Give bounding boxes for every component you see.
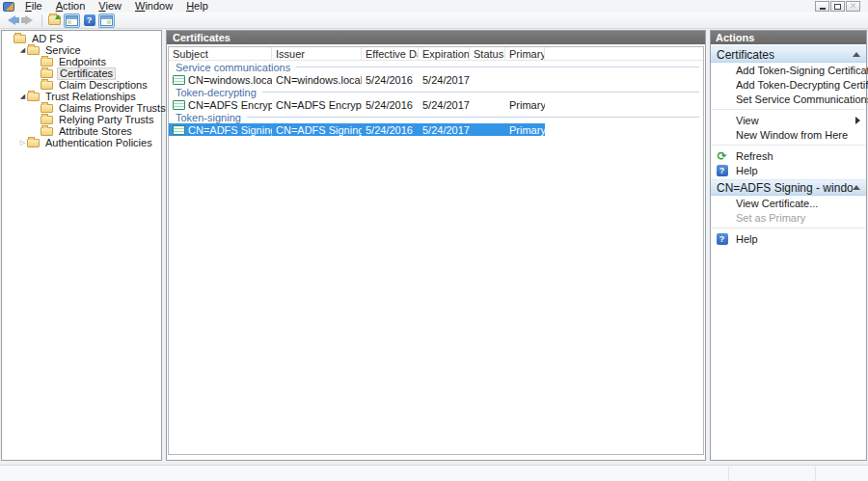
adfs-management-window: { "window": { "menu": ["File", "Action",… [0, 0, 868, 481]
column-header-row: SubjectIssuerEffective DateExpiration Da… [169, 47, 703, 61]
window-left-pane-icon [66, 15, 78, 26]
sidebar-item-service[interactable]: ◢Service [2, 44, 161, 56]
column-header-status[interactable]: Status [470, 47, 505, 60]
action-help[interactable]: ?Help [711, 231, 866, 246]
tree-item-label: Claim Descriptions [57, 80, 149, 91]
folder-icon [41, 81, 53, 90]
submenu-arrow-icon [855, 117, 860, 124]
tree-item-label: Claims Provider Trusts [57, 103, 168, 114]
group-label: Token-signing [176, 112, 241, 123]
cell-primary: Primary [505, 99, 545, 111]
actions-section-header-2[interactable]: CN=ADFS Signing - windows.lo... [711, 179, 866, 196]
certificates-list: SubjectIssuerEffective DateExpiration Da… [168, 46, 704, 455]
sidebar-item-claim-descriptions[interactable]: Claim Descriptions [2, 79, 161, 91]
restore-button[interactable] [830, 1, 845, 12]
minimize-button[interactable] [815, 1, 829, 12]
action-view-certificate[interactable]: View Certificate... [711, 196, 866, 210]
folder-icon [41, 116, 53, 124]
action-label: View [736, 115, 759, 126]
sidebar-item-trust-relationships[interactable]: ◢Trust Relationships [2, 91, 161, 102]
certificate-group-header: Token-decrypting [169, 86, 703, 98]
cell-subject: CN=ADFS Encryption - win... [169, 99, 272, 111]
action-label: Add Token-Decrypting Certificate... [736, 79, 868, 91]
help-glyph: ? [717, 165, 728, 176]
action-label: Set as Primary [736, 212, 805, 224]
certificate-icon [173, 75, 185, 85]
help-button[interactable]: ? [81, 13, 97, 28]
action-new-window-from-here[interactable]: New Window from Here [711, 127, 866, 142]
tree-item-label: Endpoints [57, 57, 108, 67]
column-header-effective-date[interactable]: Effective Date [362, 47, 419, 60]
forward-button[interactable] [20, 13, 37, 28]
sidebar-item-certificates[interactable]: Certificates [2, 67, 161, 79]
action-help[interactable]: ?Help [711, 163, 866, 177]
group-rule [262, 92, 699, 93]
folder-icon [41, 104, 53, 113]
column-header-primary[interactable]: Primary [505, 47, 545, 60]
sidebar-item-endpoints[interactable]: Endpoints [2, 56, 161, 67]
menu-bar: FileActionViewWindowHelp ✕ [0, 0, 868, 13]
action-view[interactable]: View [711, 113, 866, 127]
sidebar-item-ad-fs[interactable]: AD FS [2, 33, 161, 44]
sidebar-item-authentication-policies[interactable]: ▷Authentication Policies [2, 137, 161, 148]
console-tree: AD FS◢ServiceEndpointsCertificatesClaim … [2, 31, 161, 148]
cell-effective-date: 5/24/2016 [362, 74, 419, 86]
action-label: View Certificate... [736, 198, 818, 209]
menu-item-file[interactable]: File [18, 0, 49, 12]
tree-expander-icon[interactable]: ◢ [18, 46, 27, 54]
toolbar-separator [41, 14, 42, 27]
actions-pane: Actions CertificatesAdd Token-Signing Ce… [710, 30, 867, 461]
action-set-service-communications-certifi[interactable]: Set Service Communications Certifi... [711, 92, 866, 106]
certificate-row[interactable]: CN=windows.local, O=JINC...CN=windows.lo… [169, 73, 545, 86]
column-header-subject[interactable]: Subject [169, 47, 272, 60]
results-pane: Certificates SubjectIssuerEffective Date… [166, 30, 706, 461]
menu-item-view[interactable]: View [92, 0, 128, 12]
action-add-token-decrypting-certificate[interactable]: Add Token-Decrypting Certificate... [711, 77, 866, 92]
group-rule [296, 67, 699, 67]
menu-items: FileActionViewWindowHelp [18, 0, 215, 13]
subject-text: CN=windows.local, O=JINC... [188, 74, 272, 86]
close-button[interactable]: ✕ [846, 1, 860, 12]
cell-primary: Primary [505, 124, 545, 136]
group-label: Token-decrypting [176, 87, 257, 98]
subject-text: CN=ADFS Encryption - win... [188, 99, 272, 111]
certificate-row[interactable]: CN=ADFS Encryption - win...CN=ADFS Encry… [169, 98, 545, 111]
action-label: Help [736, 233, 758, 245]
folder-icon [41, 69, 53, 78]
menu-item-action[interactable]: Action [49, 0, 93, 12]
status-bar [0, 465, 868, 481]
menu-item-window[interactable]: Window [128, 0, 179, 12]
forward-arrow-icon [25, 15, 33, 25]
action-add-token-signing-certificate[interactable]: Add Token-Signing Certificate... [711, 63, 866, 77]
refresh-glyph: ⟳ [717, 150, 726, 162]
sidebar-item-relying-party-trusts[interactable]: Relying Party Trusts [2, 114, 161, 125]
export-list-button[interactable] [46, 13, 63, 28]
sidebar-item-attribute-stores[interactable]: Attribute Stores [2, 125, 161, 137]
cell-expiration-date: 5/24/2017 [419, 99, 470, 111]
collapse-arrow-icon [853, 52, 860, 57]
tree-expander-icon[interactable]: ▷ [18, 139, 27, 147]
column-header-expiration-date[interactable]: Expiration Date [419, 47, 470, 60]
back-button[interactable] [3, 13, 19, 28]
cell-subject: CN=ADFS Signing - windo... [169, 124, 272, 136]
show-console-tree-button[interactable] [64, 13, 80, 28]
tree-expander-icon[interactable]: ◢ [18, 93, 27, 100]
sidebar-item-claims-provider-trusts[interactable]: Claims Provider Trusts [2, 102, 161, 114]
actions-section-header-1[interactable]: Certificates [711, 46, 866, 63]
action-label: Help [736, 165, 758, 176]
back-arrow-icon [8, 15, 15, 25]
certificate-row[interactable]: CN=ADFS Signing - windo...CN=ADFS Signin… [169, 123, 545, 136]
status-separator [815, 467, 816, 481]
actions-section-title: CN=ADFS Signing - windows.lo... [717, 181, 853, 195]
column-header-issuer[interactable]: Issuer [272, 47, 362, 60]
folder-icon [41, 127, 53, 136]
certificate-icon [173, 100, 185, 110]
up-arrow-icon [55, 14, 61, 19]
menu-item-help[interactable]: Help [179, 0, 215, 12]
actions-body: CertificatesAdd Token-Signing Certificat… [711, 46, 866, 246]
action-refresh[interactable]: ⟳Refresh [711, 148, 866, 163]
restore-icon [834, 4, 841, 10]
show-action-pane-button[interactable] [98, 13, 115, 28]
folder-icon [14, 35, 26, 43]
certificate-group-header: Service communications [169, 61, 703, 73]
